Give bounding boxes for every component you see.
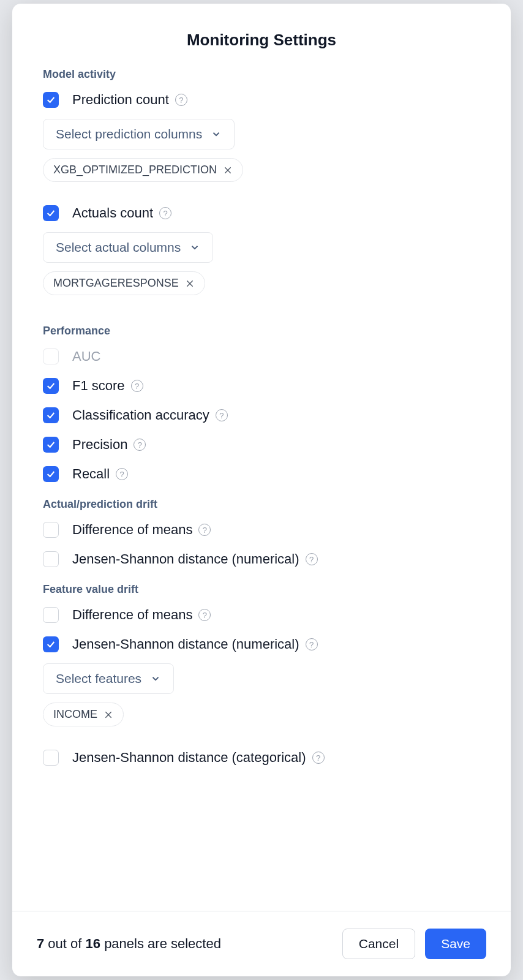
help-icon[interactable]: ?	[312, 752, 325, 764]
chevron-down-icon	[189, 242, 200, 253]
help-icon[interactable]: ?	[175, 94, 187, 106]
checkbox-apd-diff-means[interactable]	[43, 522, 59, 538]
label-recall: Recall ?	[72, 466, 128, 482]
save-button[interactable]: Save	[425, 929, 486, 959]
section-title-model-activity: Model activity	[43, 68, 480, 81]
footer-buttons: Cancel Save	[342, 929, 486, 959]
check-icon	[46, 208, 56, 218]
checkbox-f1-score[interactable]	[43, 378, 59, 394]
check-icon	[46, 410, 56, 420]
option-fvd-diff-means: Difference of means ?	[43, 605, 480, 625]
label-actuals-count: Actuals count ?	[72, 205, 171, 221]
option-actuals-count: Actuals count ?	[43, 203, 480, 224]
help-icon[interactable]: ?	[198, 609, 211, 621]
section-title-performance: Performance	[43, 325, 480, 337]
option-prediction-count: Prediction count ?	[43, 89, 480, 110]
modal-header: Monitoring Settings	[12, 4, 511, 68]
option-auc: AUC	[43, 346, 480, 367]
label-classification-accuracy: Classification accuracy ?	[72, 407, 228, 423]
option-classification-accuracy: Classification accuracy ?	[43, 405, 480, 426]
select-features-button[interactable]: Select features	[43, 663, 174, 694]
help-icon[interactable]: ?	[159, 207, 171, 219]
chip-prediction-column: XGB_OPTIMIZED_PREDICTION	[43, 158, 243, 182]
label-auc: AUC	[72, 349, 100, 364]
section-title-actual-prediction-drift: Actual/prediction drift	[43, 498, 480, 511]
chevron-down-icon	[150, 673, 161, 684]
option-recall: Recall ?	[43, 464, 480, 484]
check-icon	[46, 95, 56, 105]
checkbox-fvd-js-categorical[interactable]	[43, 750, 59, 766]
help-icon[interactable]: ?	[134, 439, 146, 451]
checkbox-actuals-count[interactable]	[43, 205, 59, 221]
check-icon	[46, 440, 56, 450]
features-chips: INCOME	[43, 703, 480, 726]
prediction-columns-chips: XGB_OPTIMIZED_PREDICTION	[43, 158, 480, 182]
label-precision: Precision ?	[72, 437, 146, 453]
check-icon	[46, 469, 56, 479]
checkbox-recall[interactable]	[43, 466, 59, 482]
check-icon	[46, 639, 56, 649]
close-icon[interactable]	[223, 165, 233, 175]
help-icon[interactable]: ?	[116, 468, 128, 480]
option-precision: Precision ?	[43, 434, 480, 455]
help-icon[interactable]: ?	[198, 524, 211, 536]
section-model-activity: Model activity Prediction count ? Select…	[43, 68, 480, 295]
option-f1-score: F1 score ?	[43, 375, 480, 396]
select-actual-columns-button[interactable]: Select actual columns	[43, 232, 213, 263]
checkbox-fvd-js-numerical[interactable]	[43, 636, 59, 652]
cancel-button[interactable]: Cancel	[342, 929, 415, 959]
chip-actual-column: MORTGAGERESPONSE	[43, 271, 205, 295]
label-prediction-count: Prediction count ?	[72, 92, 187, 108]
checkbox-fvd-diff-means[interactable]	[43, 607, 59, 623]
checkbox-apd-js-numerical[interactable]	[43, 551, 59, 567]
actual-columns-chips: MORTGAGERESPONSE	[43, 271, 480, 295]
label-fvd-js-categorical: Jensen-Shannon distance (categorical) ?	[72, 750, 325, 766]
label-fvd-diff-means: Difference of means ?	[72, 607, 211, 623]
close-icon[interactable]	[103, 710, 113, 720]
label-apd-diff-means: Difference of means ?	[72, 522, 211, 538]
checkbox-auc	[43, 349, 59, 364]
label-f1-score: F1 score ?	[72, 378, 143, 394]
help-icon[interactable]: ?	[306, 553, 318, 565]
section-title-feature-value-drift: Feature value drift	[43, 583, 480, 596]
label-fvd-js-numerical: Jensen-Shannon distance (numerical) ?	[72, 636, 318, 652]
close-icon[interactable]	[185, 279, 195, 288]
select-prediction-columns-button[interactable]: Select prediction columns	[43, 119, 235, 149]
checkbox-prediction-count[interactable]	[43, 92, 59, 108]
section-performance: Performance AUC F1 score ? Cla	[43, 325, 480, 484]
monitoring-settings-modal: Monitoring Settings Model activity Predi…	[12, 4, 511, 976]
modal-footer: 7 out of 16 panels are selected Cancel S…	[12, 911, 511, 976]
option-apd-js-numerical: Jensen-Shannon distance (numerical) ?	[43, 549, 480, 570]
option-fvd-js-numerical: Jensen-Shannon distance (numerical) ?	[43, 634, 480, 655]
check-icon	[46, 381, 56, 391]
checkbox-classification-accuracy[interactable]	[43, 407, 59, 423]
modal-body[interactable]: Model activity Prediction count ? Select…	[12, 68, 511, 911]
footer-selection-count: 7 out of 16 panels are selected	[37, 936, 221, 952]
option-apd-diff-means: Difference of means ?	[43, 519, 480, 540]
actuals-count-subsection: Select actual columns MORTGAGERESPONSE	[43, 232, 480, 295]
chevron-down-icon	[211, 129, 222, 140]
prediction-count-subsection: Select prediction columns XGB_OPTIMIZED_…	[43, 119, 480, 182]
help-icon[interactable]: ?	[306, 638, 318, 650]
section-actual-prediction-drift: Actual/prediction drift Difference of me…	[43, 498, 480, 570]
option-fvd-js-categorical: Jensen-Shannon distance (categorical) ?	[43, 747, 480, 768]
checkbox-precision[interactable]	[43, 437, 59, 453]
help-icon[interactable]: ?	[216, 409, 228, 421]
help-icon[interactable]: ?	[131, 380, 143, 392]
section-feature-value-drift: Feature value drift Difference of means …	[43, 583, 480, 768]
chip-feature: INCOME	[43, 703, 124, 726]
label-apd-js-numerical: Jensen-Shannon distance (numerical) ?	[72, 551, 318, 567]
modal-title: Monitoring Settings	[43, 31, 480, 50]
fvd-js-numerical-subsection: Select features INCOME	[43, 663, 480, 726]
